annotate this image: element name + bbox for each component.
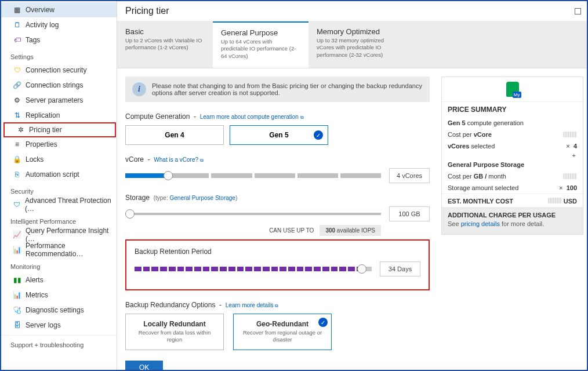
tier-desc: Up to 2 vCores with Variable IO performa… (125, 37, 205, 52)
mysql-icon (506, 82, 519, 97)
maximize-icon[interactable] (575, 8, 581, 14)
sidebar-item-label: Properties (26, 140, 57, 148)
gen5-card[interactable]: Gen 5 ✓ (230, 125, 328, 145)
info-text: Please note that changing to and from th… (152, 82, 423, 96)
sidebar-item-diagnostic[interactable]: 🩺 Diagnostic settings (1, 303, 117, 318)
tier-desc: Up to 32 memory optimized vCores with pr… (317, 37, 396, 59)
storage-type-link[interactable]: General Purpose Storage (170, 195, 235, 201)
local-desc: Recover from data loss within region (132, 329, 217, 344)
sidebar-item-tags[interactable]: 🏷 Tags (1, 32, 117, 48)
sidebar-item-label: Diagnostic settings (26, 306, 84, 314)
additional-title: ADDITIONAL CHARGE PER USAGE (448, 212, 577, 219)
gp-storage-label: General Purpose Storage (448, 161, 524, 168)
performance-icon: 📈 (13, 231, 21, 239)
masked-value (563, 132, 577, 137)
redundancy-link[interactable]: Learn more details ⧉ (226, 302, 279, 308)
sidebar-item-label: Metrics (26, 291, 48, 299)
backup-label: Backup Retention Period (135, 248, 420, 256)
info-icon: i (132, 82, 146, 96)
sidebar-item-label: Overview (26, 6, 55, 14)
tier-memory-optimized[interactable]: Memory Optimized Up to 32 memory optimiz… (308, 21, 404, 68)
sidebar-item-label: Connection security (26, 66, 86, 74)
log-icon: 🗒 (13, 21, 21, 30)
sidebar-item-atp[interactable]: 🛡 Advanced Threat Protection (… (1, 197, 117, 212)
local-title: Locally Redundant (132, 320, 217, 328)
storage-value: 100 GB (389, 206, 430, 221)
tier-basic[interactable]: Basic Up to 2 vCores with Variable IO pe… (117, 21, 213, 68)
sidebar-item-pricing-tier[interactable]: ✲ Pricing tier (3, 122, 116, 137)
redundancy-label: Backup Redundancy Options (125, 301, 215, 309)
tag-icon: 🏷 (13, 36, 21, 45)
sidebar-item-server-logs[interactable]: 🗄 Server logs (1, 318, 117, 333)
sidebar-item-perf-rec[interactable]: 📊 Performance Recommendatio… (1, 242, 117, 257)
sidebar-item-connection-security[interactable]: 🛡 Connection security (1, 63, 117, 78)
lock-icon: 🔒 (13, 155, 21, 164)
shield-icon: 🛡 (13, 66, 21, 75)
geo-title: Geo-Redundant (239, 320, 325, 328)
sidebar-heading-security: Security (1, 182, 117, 197)
logs-icon: 🗄 (13, 321, 21, 330)
sidebar-heading-settings: Settings (1, 48, 117, 63)
sidebar-item-replication[interactable]: ⇅ Replication (1, 108, 117, 123)
storage-slider[interactable] (125, 208, 381, 220)
iops-label: CAN USE UP TO (269, 227, 314, 234)
vcore-section: vCore - What is a vCore? ⧉ (125, 155, 430, 163)
ok-button[interactable]: OK (125, 361, 163, 370)
sidebar-item-properties[interactable]: ≡ Properties (1, 137, 117, 152)
replication-icon: ⇅ (13, 111, 21, 120)
sidebar-item-label: Advanced Threat Protection (… (25, 197, 117, 213)
tier-tabs: Basic Up to 2 vCores with Variable IO pe… (117, 21, 587, 68)
sidebar-item-label: Alerts (26, 276, 43, 284)
sidebar-item-label: Locks (26, 155, 43, 163)
price-title: PRICE SUMMARY (442, 101, 583, 117)
geo-desc: Recover from regional outage or disaster (239, 329, 325, 344)
sidebar-item-label: Connection strings (26, 81, 83, 89)
tier-general-purpose[interactable]: General Purpose Up to 64 vCores with pre… (213, 21, 308, 68)
gear-icon: ⚙ (13, 96, 21, 105)
sidebar-item-server-parameters[interactable]: ⚙ Server parameters (1, 93, 117, 108)
sidebar-item-connection-strings[interactable]: 🔗 Connection strings (1, 78, 117, 93)
sidebar-item-label: Activity log (26, 21, 59, 29)
sidebar-item-label: Replication (26, 111, 60, 119)
vcore-label: vCore (125, 155, 144, 163)
sidebar-item-automation-script[interactable]: ⎘ Automation script (1, 167, 117, 182)
cost-per-gb: Cost per GB / month (448, 173, 506, 180)
locally-redundant-card[interactable]: Locally Redundant Recover from data loss… (125, 314, 224, 350)
backup-slider[interactable] (135, 263, 372, 275)
iops-badge: 300 available IOPS (320, 225, 381, 236)
main-panel: Pricing tier Basic Up to 2 vCores with V… (117, 1, 587, 370)
page-title: Pricing tier (125, 6, 169, 16)
gear-icon: ✲ (16, 126, 25, 134)
check-icon: ✓ (314, 130, 323, 140)
pricing-details-link[interactable]: pricing details (461, 220, 500, 227)
vcore-link[interactable]: What is a vCore? ⧉ (154, 157, 203, 163)
sidebar-item-metrics[interactable]: 📊 Metrics (1, 288, 117, 303)
vcore-slider[interactable] (125, 170, 381, 181)
iops-row: CAN USE UP TO 300 available IOPS (125, 225, 381, 236)
sidebar-heading-support: Support + troubleshooting (1, 335, 117, 351)
vcores-selected: vCores selected (448, 143, 495, 150)
gen5-label: Gen 5 (269, 131, 288, 139)
storage-selected-label: Storage amount selected (448, 184, 518, 191)
check-icon: ✓ (318, 318, 328, 327)
sidebar-item-label: Server logs (26, 321, 61, 329)
sidebar-item-overview[interactable]: ▦ Overview (1, 2, 117, 17)
sidebar-item-label: Query Performance Insight (… (26, 227, 117, 243)
sidebar-item-qpi[interactable]: 📈 Query Performance Insight (… (1, 227, 117, 242)
storage-section: Storage (type: General Purpose Storage) (125, 194, 430, 202)
sidebar-item-locks[interactable]: 🔒 Locks (1, 152, 117, 167)
sidebar-item-alerts[interactable]: ▮▮ Alerts (1, 272, 117, 288)
gen4-card[interactable]: Gen 4 (125, 125, 224, 145)
compute-learn-more-link[interactable]: Learn more about compute generation ⧉ (200, 114, 304, 120)
props-icon: ≡ (13, 140, 21, 149)
sidebar-item-activity-log[interactable]: 🗒 Activity log (1, 17, 117, 32)
sidebar-item-label: Performance Recommendatio… (26, 242, 117, 258)
geo-redundant-card[interactable]: Geo-Redundant Recover from regional outa… (233, 314, 332, 350)
backup-value: 34 Days (380, 261, 420, 277)
info-banner: i Please note that changing to and from … (125, 77, 430, 102)
cost-per-vcore: Cost per vCore (448, 131, 492, 138)
redundancy-section: Backup Redundancy Options - Learn more d… (125, 301, 430, 309)
price-summary: PRICE SUMMARY Gen 5 compute generation C… (441, 77, 583, 235)
tier-title: General Purpose (221, 28, 300, 37)
gen-line: Gen 5 compute generation (448, 119, 524, 126)
